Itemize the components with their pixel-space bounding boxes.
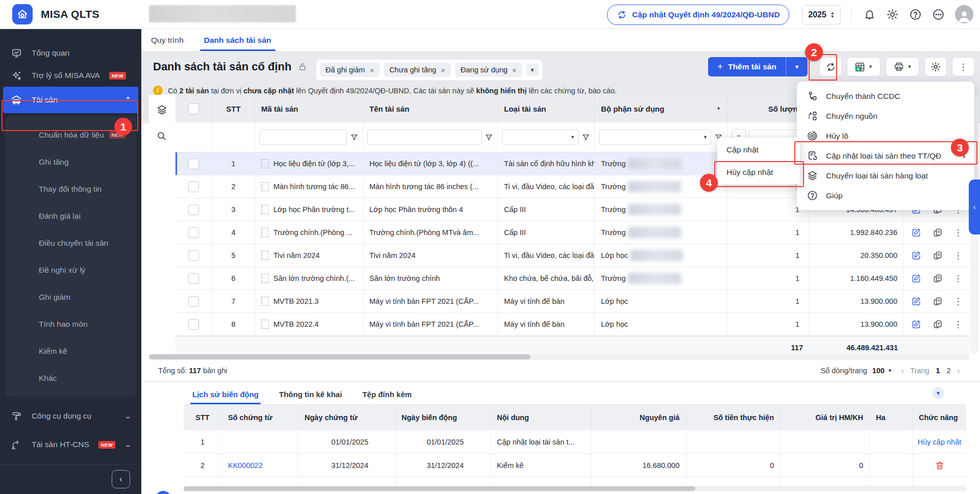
detail-tab-active[interactable]: Lịch sử biến động (192, 390, 259, 404)
row-kebab-icon[interactable]: ⋮ (954, 274, 963, 283)
detail-col-header[interactable]: Ngày chứng từ (298, 405, 395, 430)
doc-number-link[interactable]: KK000022 (228, 461, 263, 470)
detail-col-header[interactable]: Ngày biến động (395, 405, 491, 430)
table-row[interactable]: 4Trường chính.(Phòng ...Trường chính.(Ph… (175, 221, 969, 244)
detail-col-header[interactable]: Số chứng từ (222, 405, 298, 430)
history-row[interactable]: 101/01/202501/01/2025Cập nhật loại tài s… (184, 430, 966, 454)
right-panel-toggle[interactable]: ‹ (969, 179, 980, 235)
notifications-bell-icon[interactable] (862, 7, 876, 21)
detail-col-header[interactable]: STT (184, 405, 222, 430)
filter-select-type[interactable]: ▼ (502, 129, 579, 145)
copy-icon[interactable] (933, 273, 943, 283)
detail-col-header[interactable]: Chức năng (913, 405, 966, 430)
settings-gear-icon[interactable] (885, 7, 899, 21)
add-asset-button[interactable]: +Thêm tài sản ▼ (708, 57, 808, 76)
print-dropdown-caret[interactable]: ▼ (908, 64, 912, 69)
excel-dropdown-caret[interactable]: ▼ (868, 64, 873, 69)
cancel-update-link[interactable]: Hủy cập nhật (918, 438, 961, 446)
filter-chip[interactable]: Đã ghi giảm× (320, 63, 380, 77)
sidebar-subitem[interactable]: Ghi tăng (5, 148, 136, 175)
menu-item[interactable]: Cập nhật loại tài sản theo TT/QĐ› (797, 146, 974, 166)
export-excel-button[interactable]: X ▼ (847, 57, 881, 76)
edit-icon[interactable] (911, 273, 921, 283)
user-avatar[interactable] (955, 5, 973, 23)
detail-horizontal-scrollbar[interactable] (184, 486, 966, 491)
filter-dropdown-caret[interactable]: ▼ (526, 64, 539, 76)
tab-active[interactable]: Danh sách tài sản (203, 36, 272, 51)
row-checkbox[interactable] (188, 250, 199, 261)
funnel-icon[interactable] (582, 133, 590, 142)
sidebar-subitem[interactable]: Kiểm kê (5, 337, 136, 365)
year-selector[interactable]: 2025 ▲▼ (802, 5, 841, 24)
sidebar-subitem[interactable]: Đánh giá lại (5, 202, 136, 229)
scrollbar-thumb[interactable] (149, 354, 531, 359)
rows-per-page-select[interactable]: 100▼ (872, 367, 892, 375)
row-kebab-icon[interactable]: ⋮ (954, 251, 963, 260)
submenu-item[interactable]: Cập nhật (717, 139, 800, 161)
funnel-icon[interactable] (350, 133, 359, 142)
help-icon[interactable] (908, 7, 922, 21)
detail-tab-inactive[interactable]: Thông tin kê khai (279, 390, 342, 404)
copy-icon[interactable] (933, 227, 943, 238)
filter-chip[interactable]: Chưa ghi tăng× (384, 63, 451, 77)
menu-item[interactable]: Giúp (797, 186, 974, 205)
reload-button[interactable] (819, 57, 842, 76)
page-number[interactable]: 2 (947, 367, 951, 375)
year-stepper-icon[interactable]: ▲▼ (831, 11, 835, 18)
menu-item[interactable]: Chuyển thành CCDC (797, 86, 974, 106)
copy-icon[interactable] (933, 319, 943, 329)
sidebar-item-link[interactable]: Tổng quan (0, 42, 141, 64)
sidebar-subitem[interactable]: Tính hao mòn (5, 310, 136, 337)
col-dept[interactable]: Bộ phận sử dụng▼ (595, 95, 727, 122)
sidebar-subitem[interactable]: Điều chuyển tài sản (5, 229, 136, 256)
sidebar-collapse-button[interactable]: ‹ (112, 470, 130, 488)
sidebar-item-link[interactable]: Tài sản HT-CNSNEW⌄ (0, 430, 141, 459)
sidebar-subitem[interactable]: Thay đổi thông tin (5, 175, 136, 202)
print-button[interactable]: ▼ (886, 57, 919, 76)
funnel-icon[interactable] (485, 133, 493, 142)
filter-chip[interactable]: Đang sử dụng× (455, 63, 522, 77)
cell-doc-number[interactable]: KK000022 (222, 454, 298, 477)
sort-caret-icon[interactable]: ▼ (716, 106, 721, 111)
menu-item[interactable]: Hủy lô (797, 126, 974, 146)
edit-icon[interactable] (911, 319, 921, 329)
row-checkbox[interactable] (188, 159, 199, 169)
col-type[interactable]: Loại tài sản (498, 95, 595, 122)
sidebar-item-active[interactable]: Tài sản⌃ (3, 87, 138, 113)
filter-select-dept[interactable]: ▼ (599, 129, 711, 145)
sidebar-subitem[interactable]: Ghi giảm (5, 283, 136, 310)
update-decision-button[interactable]: Cập nhật Quyết định 49/2024/QĐ-UBND (607, 5, 789, 25)
menu-item[interactable]: Chuyển loại tài sản hàng loạt (797, 166, 974, 186)
table-settings-button[interactable] (924, 57, 947, 76)
col-code[interactable]: Mã tài sản (255, 95, 363, 122)
collapse-detail-icon[interactable]: ▼ (932, 387, 944, 399)
history-row[interactable]: 2KK00002231/12/202431/12/2024Kiểm kê16.6… (184, 454, 966, 477)
row-checkbox[interactable] (188, 319, 199, 330)
filter-input-name[interactable] (367, 129, 482, 145)
detail-col-header[interactable]: Ha (870, 405, 913, 430)
edit-icon[interactable] (911, 296, 921, 306)
row-kebab-icon[interactable]: ⋮ (954, 297, 963, 306)
detail-tab-inactive[interactable]: Tệp đính kèm (362, 390, 412, 404)
search-icon[interactable] (156, 131, 167, 141)
horizontal-scrollbar[interactable] (149, 354, 969, 360)
submenu-item[interactable]: Hủy cập nhật (717, 161, 800, 184)
menu-item[interactable]: Chuyển nguồn (797, 106, 974, 126)
copy-icon[interactable] (933, 296, 943, 306)
next-page-button[interactable]: › (958, 367, 960, 375)
sidebar-subitem[interactable]: Đề nghị xử lý (5, 256, 136, 283)
row-checkbox[interactable] (188, 273, 199, 284)
copy-icon[interactable] (933, 250, 943, 261)
row-kebab-icon[interactable]: ⋮ (954, 320, 963, 329)
table-row[interactable]: 5Tivi năm 2024Tivi năm 2024Ti vi, đầu Vi… (175, 244, 969, 267)
table-row[interactable]: 7MVTB 2021.3Máy vi tính bàn FPT 2021 (CẤ… (175, 290, 969, 313)
row-checkbox[interactable] (188, 296, 199, 307)
edit-icon[interactable] (911, 227, 921, 238)
add-asset-dropdown[interactable]: ▼ (786, 57, 808, 76)
chip-close-icon[interactable]: × (441, 66, 445, 74)
prev-page-button[interactable]: ‹ (901, 367, 903, 375)
row-checkbox[interactable] (188, 204, 199, 215)
detail-scrollbar-thumb[interactable] (184, 486, 695, 491)
col-name[interactable]: Tên tài sản (363, 95, 498, 122)
more-actions-button[interactable]: ⋮ (952, 57, 974, 76)
